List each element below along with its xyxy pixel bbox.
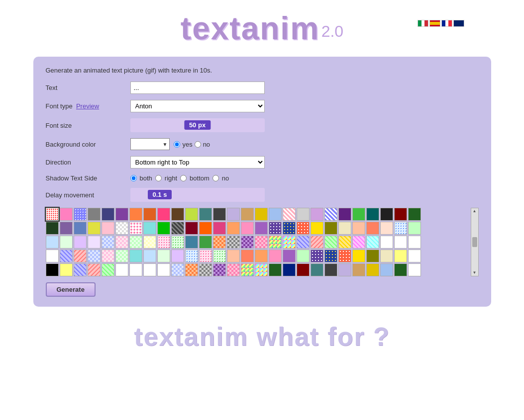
texture-cell[interactable] bbox=[129, 222, 142, 235]
texture-cell[interactable] bbox=[157, 236, 170, 249]
texture-cell[interactable] bbox=[74, 263, 87, 276]
texture-cell[interactable] bbox=[213, 263, 226, 276]
texture-cell[interactable] bbox=[255, 236, 268, 249]
texture-cell[interactable] bbox=[255, 222, 268, 235]
texture-cell[interactable] bbox=[143, 208, 156, 221]
texture-cell[interactable] bbox=[324, 236, 337, 249]
texture-cell[interactable] bbox=[60, 222, 73, 235]
texture-cell[interactable] bbox=[115, 236, 128, 249]
texture-cell[interactable] bbox=[157, 263, 170, 276]
texture-cell[interactable] bbox=[283, 250, 296, 262]
texture-cell[interactable] bbox=[88, 236, 101, 249]
texture-cell[interactable] bbox=[227, 222, 240, 235]
texture-cell[interactable] bbox=[171, 222, 184, 235]
texture-cell[interactable] bbox=[115, 222, 128, 235]
flag-it[interactable] bbox=[418, 20, 428, 27]
texture-cell[interactable] bbox=[129, 263, 142, 276]
texture-cell[interactable] bbox=[129, 208, 142, 221]
texture-cell[interactable] bbox=[338, 236, 351, 249]
texture-cell[interactable] bbox=[255, 208, 268, 221]
texture-cell[interactable] bbox=[311, 263, 323, 276]
texture-cell[interactable] bbox=[171, 250, 184, 262]
color-picker-wrap[interactable]: ▼ bbox=[130, 138, 170, 150]
texture-cell[interactable] bbox=[380, 208, 393, 221]
texture-scrollbar[interactable]: ▲ ▼ bbox=[471, 208, 479, 276]
texture-cell[interactable] bbox=[199, 236, 212, 249]
texture-cell[interactable] bbox=[352, 263, 365, 276]
texture-cell[interactable] bbox=[380, 236, 393, 249]
texture-cell[interactable] bbox=[157, 208, 170, 221]
texture-cell[interactable] bbox=[408, 208, 421, 221]
texture-cell[interactable] bbox=[297, 236, 310, 249]
texture-cell[interactable] bbox=[324, 208, 337, 221]
texture-cell[interactable] bbox=[394, 236, 407, 249]
texture-cell[interactable] bbox=[241, 250, 254, 262]
texture-cell[interactable] bbox=[269, 236, 282, 249]
text-input[interactable] bbox=[130, 82, 265, 94]
texture-cell[interactable] bbox=[129, 236, 142, 249]
scrollbar-thumb[interactable] bbox=[472, 237, 477, 247]
texture-cell[interactable] bbox=[227, 236, 240, 249]
texture-cell[interactable] bbox=[185, 263, 198, 276]
texture-cell[interactable] bbox=[46, 236, 59, 249]
texture-cell[interactable] bbox=[74, 208, 87, 221]
texture-cell[interactable] bbox=[255, 250, 268, 262]
font-type-select[interactable]: Anton Arial Comic Sans MS Impact Times N… bbox=[130, 100, 265, 112]
texture-cell[interactable] bbox=[115, 263, 128, 276]
texture-cell[interactable] bbox=[102, 250, 114, 262]
texture-cell[interactable] bbox=[46, 208, 59, 221]
texture-cell[interactable] bbox=[366, 236, 379, 249]
texture-cell[interactable] bbox=[408, 222, 421, 235]
texture-cell[interactable] bbox=[366, 222, 379, 235]
shadow-no-radio[interactable] bbox=[212, 175, 219, 181]
texture-cell[interactable] bbox=[311, 208, 323, 221]
texture-cell[interactable] bbox=[380, 250, 393, 262]
texture-cell[interactable] bbox=[338, 263, 351, 276]
texture-cell[interactable] bbox=[380, 263, 393, 276]
texture-cell[interactable] bbox=[394, 263, 407, 276]
shadow-right-radio[interactable] bbox=[155, 175, 162, 181]
texture-cell[interactable] bbox=[143, 263, 156, 276]
texture-cell[interactable] bbox=[269, 208, 282, 221]
texture-cell[interactable] bbox=[88, 250, 101, 262]
texture-cell[interactable] bbox=[297, 222, 310, 235]
texture-cell[interactable] bbox=[46, 263, 59, 276]
texture-cell[interactable] bbox=[199, 263, 212, 276]
texture-cell[interactable] bbox=[324, 263, 337, 276]
texture-cell[interactable] bbox=[185, 222, 198, 235]
texture-cell[interactable] bbox=[241, 263, 254, 276]
texture-cell[interactable] bbox=[74, 250, 87, 262]
texture-cell[interactable] bbox=[352, 208, 365, 221]
scroll-down-icon[interactable]: ▼ bbox=[473, 271, 477, 275]
texture-cell[interactable] bbox=[213, 208, 226, 221]
texture-cell[interactable] bbox=[102, 208, 114, 221]
texture-cell[interactable] bbox=[102, 236, 114, 249]
texture-cell[interactable] bbox=[185, 250, 198, 262]
texture-cell[interactable] bbox=[394, 222, 407, 235]
texture-cell[interactable] bbox=[380, 222, 393, 235]
texture-cell[interactable] bbox=[227, 208, 240, 221]
texture-cell[interactable] bbox=[199, 208, 212, 221]
texture-cell[interactable] bbox=[311, 236, 323, 249]
texture-cell[interactable] bbox=[311, 222, 323, 235]
texture-cell[interactable] bbox=[338, 250, 351, 262]
texture-cell[interactable] bbox=[60, 263, 73, 276]
texture-cell[interactable] bbox=[88, 208, 101, 221]
texture-cell[interactable] bbox=[88, 263, 101, 276]
texture-cell[interactable] bbox=[324, 222, 337, 235]
texture-cell[interactable] bbox=[241, 208, 254, 221]
texture-cell[interactable] bbox=[394, 208, 407, 221]
texture-cell[interactable] bbox=[60, 250, 73, 262]
texture-cell[interactable] bbox=[60, 236, 73, 249]
texture-cell[interactable] bbox=[213, 236, 226, 249]
texture-cell[interactable] bbox=[199, 250, 212, 262]
texture-cell[interactable] bbox=[269, 250, 282, 262]
texture-cell[interactable] bbox=[115, 208, 128, 221]
texture-cell[interactable] bbox=[171, 208, 184, 221]
texture-cell[interactable] bbox=[227, 263, 240, 276]
texture-cell[interactable] bbox=[241, 222, 254, 235]
texture-cell[interactable] bbox=[311, 250, 323, 262]
texture-cell[interactable] bbox=[241, 236, 254, 249]
texture-cell[interactable] bbox=[157, 250, 170, 262]
generate-button[interactable]: Generate bbox=[46, 282, 96, 297]
